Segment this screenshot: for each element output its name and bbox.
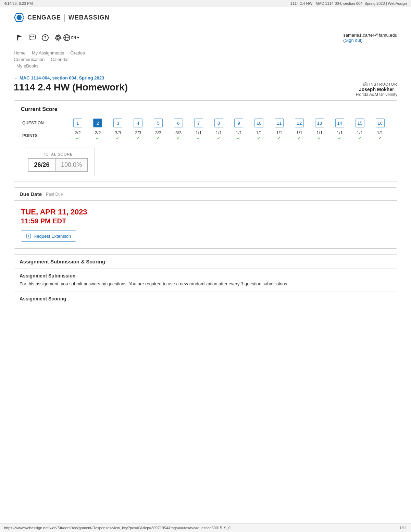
sign-out-link[interactable]: Sign out bbox=[345, 38, 361, 43]
pts-14: 1/1✓ bbox=[329, 129, 350, 142]
scoring-title: Assignment Scoring bbox=[20, 296, 391, 301]
q5[interactable]: 5 bbox=[148, 117, 169, 129]
due-date-body: TUE, APR 11, 2023 11:59 PM EDT Request E… bbox=[14, 201, 397, 248]
due-date-card: Due Date Past Due TUE, APR 11, 2023 11:5… bbox=[14, 187, 397, 249]
pts-9: 1/1✓ bbox=[229, 129, 249, 142]
nav-grades[interactable]: Grades bbox=[70, 50, 85, 55]
q15[interactable]: 15 bbox=[350, 117, 370, 129]
q12[interactable]: 12 bbox=[289, 117, 310, 129]
pts-5: 3/3✓ bbox=[148, 129, 169, 142]
q8[interactable]: 8 bbox=[209, 117, 229, 129]
browser-bar: 4/14/23, 6:23 PM 1114 2.4 HW - MAC 1114-… bbox=[0, 0, 411, 7]
back-arrow: ← bbox=[14, 75, 18, 81]
total-score-wrapper: TOTAL SCORE 26/26 100.0% bbox=[21, 148, 95, 176]
pts-7: 1/1✓ bbox=[188, 129, 209, 142]
logo-divider: | bbox=[64, 13, 66, 22]
pts-1: 2/2✓ bbox=[67, 129, 88, 142]
score-fraction: 26/26 bbox=[28, 158, 55, 172]
question-row: QUESTION 1 2 3 4 5 6 7 8 9 10 11 12 13 1… bbox=[21, 117, 390, 129]
request-extension-label: Request Extension bbox=[34, 234, 71, 239]
svg-marker-1 bbox=[16, 15, 22, 20]
q11[interactable]: 11 bbox=[269, 117, 289, 129]
pts-8: 1/1✓ bbox=[209, 129, 229, 142]
q9[interactable]: 9 bbox=[229, 117, 249, 129]
nav-my-ebooks[interactable]: My eBooks bbox=[16, 63, 38, 69]
pts-15: 1/1✓ bbox=[350, 129, 370, 142]
toolbar: ? EN samaria1.carter@famu.edu (Sign out) bbox=[14, 29, 397, 46]
webassign-label: WEBASSIGN bbox=[68, 14, 110, 21]
submission-text: For this assignment, you submit answers … bbox=[20, 281, 391, 287]
svg-text:?: ? bbox=[44, 35, 47, 40]
nav-calendar[interactable]: Calendar bbox=[51, 57, 69, 62]
gear-icon[interactable] bbox=[53, 32, 64, 43]
nav-communication[interactable]: Communication bbox=[14, 57, 45, 62]
logo-area: CENGAGE | WEBASSIGN bbox=[14, 7, 397, 26]
svg-marker-14 bbox=[364, 82, 367, 86]
assignment-header: ← MAC 1114-004, section 004, Spring 2023… bbox=[14, 75, 397, 97]
current-score-card: Current Score QUESTION 1 2 3 4 5 6 7 8 9… bbox=[14, 100, 397, 182]
nav-area: Home My Assignments Grades Communication… bbox=[14, 49, 397, 69]
help-icon[interactable]: ? bbox=[40, 32, 51, 43]
score-table: QUESTION 1 2 3 4 5 6 7 8 9 10 11 12 13 1… bbox=[21, 117, 390, 142]
q3[interactable]: 3 bbox=[108, 117, 128, 129]
cengage-logo-icon bbox=[14, 13, 25, 22]
request-extension-button[interactable]: Request Extension bbox=[21, 231, 76, 242]
due-date-title: Due Date bbox=[20, 191, 42, 197]
svg-rect-4 bbox=[29, 35, 35, 39]
instructor-icon bbox=[363, 82, 368, 87]
due-time-value: 11:59 PM EDT bbox=[21, 217, 390, 225]
score-percentage: 100.0% bbox=[55, 158, 88, 172]
points-row: POINTS 2/2✓ 2/2✓ 3/3✓ 3/3✓ 3/3✓ 3/3✓ 1/1… bbox=[21, 129, 390, 142]
submission-header: Assignment Submission & Scoring bbox=[14, 255, 397, 269]
svg-rect-2 bbox=[17, 35, 18, 40]
svg-marker-3 bbox=[18, 35, 22, 38]
total-score-label: TOTAL SCORE bbox=[28, 152, 88, 156]
pts-4: 3/3✓ bbox=[128, 129, 148, 142]
q2[interactable]: 2 bbox=[88, 117, 108, 129]
browser-title: 1114 2.4 HW - MAC 1114-004, section 004,… bbox=[290, 1, 407, 5]
submission-title: Assignment Submission bbox=[20, 273, 391, 279]
svg-rect-5 bbox=[30, 36, 32, 37]
past-due-badge: Past Due bbox=[46, 192, 63, 197]
pts-13: 1/1✓ bbox=[310, 129, 330, 142]
back-link[interactable]: ← MAC 1114-004, section 004, Spring 2023 bbox=[14, 75, 397, 81]
user-info: samaria1.carter@famu.edu (Sign out) bbox=[343, 33, 397, 43]
request-extension-icon bbox=[26, 233, 32, 239]
q6[interactable]: 6 bbox=[168, 117, 188, 129]
q4[interactable]: 4 bbox=[128, 117, 148, 129]
instructor-block: INSTRUCTOR Joseph Mokher Florida A&M Uni… bbox=[356, 82, 397, 97]
svg-point-9 bbox=[57, 37, 60, 39]
pts-16: 1/1✓ bbox=[370, 129, 390, 142]
q13[interactable]: 13 bbox=[310, 117, 330, 129]
total-score-boxes: 26/26 100.0% bbox=[28, 158, 88, 172]
submission-section-title: Assignment Submission & Scoring bbox=[20, 259, 391, 264]
pts-3: 3/3✓ bbox=[108, 129, 128, 142]
due-date-value: TUE, APR 11, 2023 bbox=[21, 208, 390, 216]
browser-date: 4/14/23, 6:23 PM bbox=[4, 1, 33, 5]
instructor-school: Florida A&M University bbox=[356, 92, 397, 97]
back-link-label: MAC 1114-004, section 004, Spring 2023 bbox=[20, 75, 104, 81]
user-email: samaria1.carter@famu.edu bbox=[343, 33, 397, 38]
instructor-name: Joseph Mokher bbox=[356, 87, 397, 92]
submission-card: Assignment Submission & Scoring Assignme… bbox=[14, 254, 397, 308]
instructor-label-text: INSTRUCTOR bbox=[369, 82, 397, 86]
due-date-header: Due Date Past Due bbox=[14, 188, 397, 201]
pts-11: 1/1✓ bbox=[269, 129, 289, 142]
points-label: POINTS bbox=[21, 129, 67, 142]
chat-icon[interactable] bbox=[27, 32, 38, 43]
q16[interactable]: 16 bbox=[370, 117, 390, 129]
flag-icon[interactable] bbox=[14, 32, 25, 43]
assignment-scoring-section: Assignment Scoring bbox=[14, 292, 397, 308]
assignment-submission-section: Assignment Submission For this assignmen… bbox=[14, 269, 397, 292]
q1[interactable]: 1 bbox=[67, 117, 88, 129]
q14[interactable]: 14 bbox=[329, 117, 350, 129]
nav-my-assignments[interactable]: My Assignments bbox=[32, 50, 64, 55]
language-label: EN bbox=[71, 36, 76, 40]
q10[interactable]: 10 bbox=[249, 117, 269, 129]
nav-home[interactable]: Home bbox=[14, 50, 26, 55]
pts-2: 2/2✓ bbox=[88, 129, 108, 142]
assignment-title: 1114 2.4 HW (Homework) bbox=[14, 82, 128, 93]
globe-icon[interactable]: EN bbox=[66, 32, 77, 43]
pts-12: 1/1✓ bbox=[289, 129, 310, 142]
q7[interactable]: 7 bbox=[188, 117, 209, 129]
